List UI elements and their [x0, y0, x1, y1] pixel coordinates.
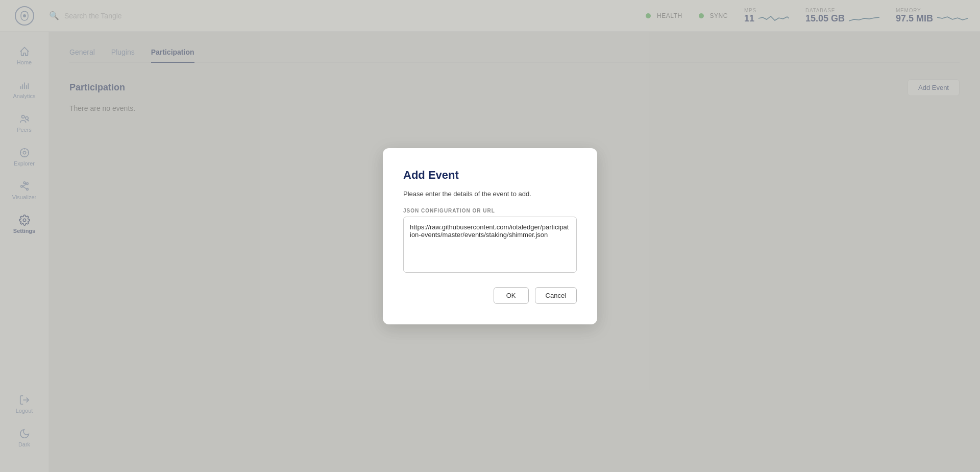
field-label: JSON CONFIGURATION OR URL [403, 208, 577, 214]
add-event-modal: Add Event Please enter the details of th… [383, 148, 597, 324]
modal-actions: OK Cancel [403, 287, 577, 304]
ok-button[interactable]: OK [494, 287, 529, 304]
json-config-textarea[interactable] [403, 217, 577, 273]
modal-overlay: Add Event Please enter the details of th… [0, 0, 980, 472]
modal-description: Please enter the details of the event to… [403, 190, 577, 198]
modal-title: Add Event [403, 169, 577, 182]
cancel-button[interactable]: Cancel [535, 287, 577, 304]
